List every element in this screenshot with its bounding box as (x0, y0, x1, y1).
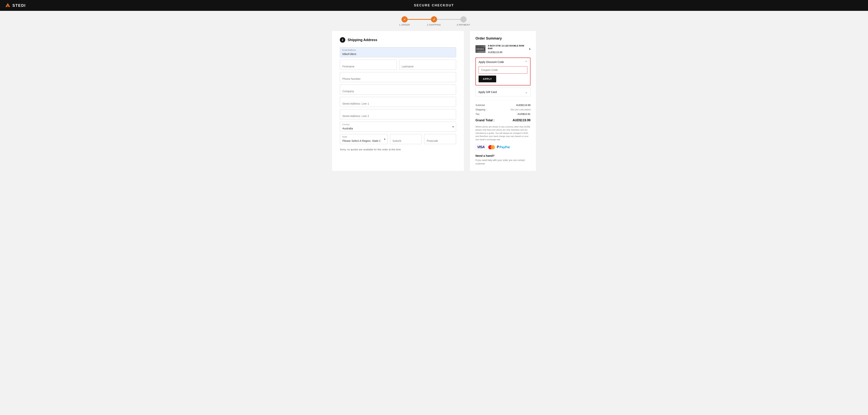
tax-value: AUD$10.91 (518, 113, 530, 116)
step-shipping-label: 2.SHIPPING (427, 24, 441, 26)
need-hand-section: Need a hand? If you need help with your … (475, 154, 530, 165)
tax-label: Tax: (475, 113, 480, 116)
section-heading: Shipping Address (348, 38, 377, 42)
page-title: SECURE CHECKOUT (414, 4, 454, 7)
paypal-icon: P PayPal (497, 145, 510, 149)
shipping-row: Shipping : Not yet calculated (475, 108, 530, 111)
logo[interactable]: STEDI (5, 3, 26, 8)
product-thumb-image (475, 45, 486, 53)
postcode-input[interactable] (424, 134, 456, 144)
postcode-field[interactable] (424, 134, 456, 144)
need-hand-title: Need a hand? (475, 154, 530, 157)
svg-rect-4 (478, 48, 479, 50)
address1-field[interactable] (340, 97, 456, 107)
payment-icons: VISA P PayPal (475, 144, 530, 150)
discount-label: Apply Discount Code (478, 60, 504, 64)
gift-card-section: Apply Gift Card ⌄ (475, 88, 530, 96)
state-suburb-postcode-row: State Please Select A Region, State Or P… (340, 134, 456, 147)
grand-total-value: AUD$119.99 (513, 119, 531, 122)
subtotal-row: Subtotal: AUD$119.99 (475, 104, 530, 106)
grand-total-row: Grand Total : AUD$119.99 (475, 119, 530, 122)
company-input[interactable] (340, 85, 456, 95)
product-qty: 1 (529, 47, 530, 51)
suburb-input[interactable] (390, 134, 422, 144)
svg-rect-6 (481, 48, 482, 50)
main-container: 2 Shipping Address Email Address (298, 26, 569, 175)
product-price: AUD$119.99 (488, 51, 527, 54)
step-order-check: ✓ (403, 18, 406, 21)
paypal-text-icon: PayPal (499, 146, 509, 149)
suburb-field[interactable] (390, 134, 422, 144)
discount-section: Apply Discount Code ⌃ APPLY (475, 58, 530, 86)
product-info: 8 INCH ST4K 12 LED DOUBLE ROW BAR AUD$11… (488, 44, 527, 54)
company-field[interactable] (340, 85, 456, 95)
state-label: State (342, 136, 347, 138)
step-line-2 (437, 19, 460, 20)
address1-input[interactable] (340, 97, 456, 107)
country-field[interactable]: Country Australia ▾ (340, 122, 456, 132)
shipping-form: 2 Shipping Address Email Address (332, 31, 464, 171)
step-shipping: ✓ 2.SHIPPING (431, 16, 437, 23)
coupon-code-input[interactable] (478, 66, 527, 74)
visa-icon: VISA (475, 144, 486, 150)
state-field[interactable]: State Please Select A Region, State Or P… (340, 134, 388, 144)
name-row (340, 60, 456, 72)
section-number: 2 (340, 37, 345, 43)
email-input[interactable] (340, 47, 456, 57)
gift-card-label: Apply Gift Card (478, 91, 497, 94)
firstname-field[interactable] (340, 60, 397, 70)
subtotal-label: Subtotal: (475, 104, 485, 106)
step-line-1 (408, 19, 431, 20)
order-summary: Order Summary 8 INCH ST4K 12 LE (470, 31, 536, 171)
need-hand-text: If you need help with your order you can… (475, 158, 530, 165)
step-shipping-check: ✓ (433, 18, 435, 21)
product-row: 8 INCH ST4K 12 LED DOUBLE ROW BAR AUD$11… (475, 44, 530, 54)
lastname-input[interactable] (399, 60, 456, 70)
step-shipping-circle: ✓ (431, 16, 437, 23)
country-select[interactable]: Australia (340, 122, 456, 132)
svg-rect-5 (479, 48, 481, 50)
product-thumbnail (475, 45, 486, 53)
gift-card-chevron-down-icon: ⌄ (525, 90, 528, 94)
no-quotes-message: Sorry, no quotes are available for this … (340, 148, 456, 151)
totals-section: Subtotal: AUD$119.99 Shipping : Not yet … (475, 100, 530, 116)
product-image-svg (476, 45, 485, 53)
firstname-input[interactable] (340, 60, 397, 70)
lastname-field[interactable] (399, 60, 456, 70)
mastercard-orange-circle (491, 145, 495, 149)
apply-coupon-button[interactable]: APPLY (478, 75, 496, 82)
phone-field[interactable] (340, 72, 456, 82)
step-payment-label: 3.PAYMENT (457, 24, 470, 26)
country-label: Country (342, 123, 350, 126)
step-order-label: 1.ORDER (399, 24, 410, 26)
stedi-logo-icon (5, 3, 11, 8)
address2-field[interactable] (340, 109, 456, 119)
step-order: ✓ 1.ORDER (401, 16, 408, 23)
discount-header[interactable]: Apply Discount Code ⌃ (476, 58, 530, 66)
svg-rect-7 (483, 48, 484, 50)
logo-text: STEDI (12, 3, 26, 8)
address2-input[interactable] (340, 109, 456, 119)
gift-card-header[interactable]: Apply Gift Card ⌄ (476, 88, 530, 96)
discount-chevron-up-icon: ⌃ (525, 60, 527, 64)
discount-body: APPLY (476, 66, 530, 85)
shipping-label: Shipping : (475, 108, 487, 111)
shipping-value: Not yet calculated (510, 108, 530, 111)
header: STEDI SECURE CHECKOUT (0, 0, 868, 11)
section-title-row: 2 Shipping Address (340, 37, 456, 43)
step-payment: 3.PAYMENT (460, 16, 467, 23)
subtotal-value: AUD$119.99 (516, 104, 530, 106)
mastercard-icon (488, 145, 495, 149)
paypal-p-icon: P (497, 145, 499, 149)
order-summary-title: Order Summary (475, 36, 530, 40)
phone-input[interactable] (340, 72, 456, 82)
email-label: Email Address (342, 49, 356, 51)
progress-bar: ✓ 1.ORDER ✓ 2.SHIPPING 3.PAYMENT (0, 11, 868, 26)
tax-row: Tax: AUD$10.91 (475, 113, 530, 116)
email-field[interactable]: Email Address (340, 47, 456, 57)
step-order-circle: ✓ (401, 16, 408, 23)
step-payment-circle (460, 16, 467, 23)
currency-note: Where prices are shown in any currency o… (475, 125, 530, 141)
progress-steps: ✓ 1.ORDER ✓ 2.SHIPPING 3.PAYMENT (401, 16, 467, 23)
svg-rect-3 (476, 48, 477, 50)
